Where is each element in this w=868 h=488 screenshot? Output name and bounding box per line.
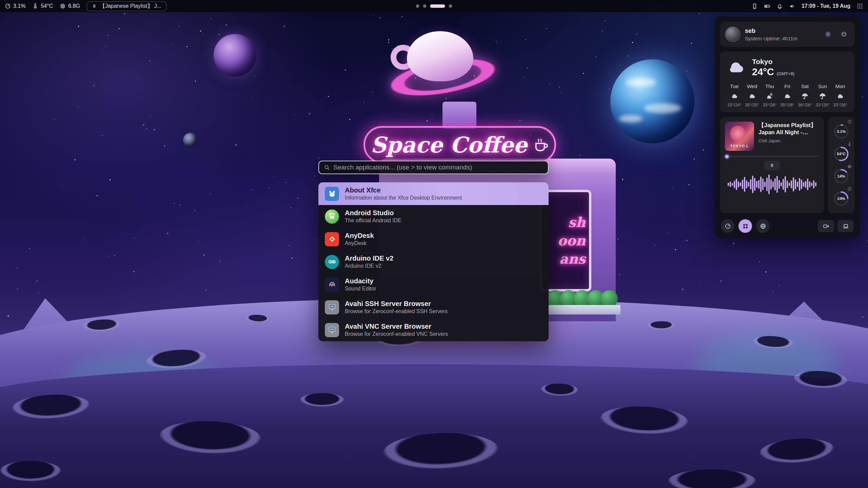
progress-knob[interactable] xyxy=(725,155,729,158)
topbar-music-widget[interactable]: 【Japanese Playlist】 J... xyxy=(87,1,166,11)
visualizer-bar xyxy=(793,177,794,191)
forecast-day-name: Thu xyxy=(761,83,778,89)
app-grid-icon[interactable] xyxy=(856,3,863,9)
stat-gauge: 54°C xyxy=(831,143,851,165)
bell-icon[interactable] xyxy=(776,3,783,9)
clock[interactable]: 17:09 - Tue, 19 Aug xyxy=(802,3,850,9)
stat-gauge: 14% xyxy=(831,165,851,187)
chip-icon xyxy=(60,3,66,9)
app-name: AnyDesk xyxy=(345,231,374,240)
gauge-icon xyxy=(847,120,852,124)
globe-icon xyxy=(760,223,766,229)
visualizer-bar xyxy=(805,181,806,188)
visualizer-bar xyxy=(748,182,749,187)
app-item-0[interactable]: About Xfce Information about the Xfce De… xyxy=(318,182,549,205)
app-item-5[interactable]: Avahi SSH Server Browser Browse for Zero… xyxy=(318,296,549,319)
partly-icon xyxy=(766,92,774,100)
weather-city: Tokyo xyxy=(752,58,794,66)
quick-button-gauge[interactable] xyxy=(721,219,734,233)
visualizer-bar xyxy=(783,179,784,190)
forecast-day-name: Fri xyxy=(778,83,796,89)
forecast-day: Sun 33°/26° xyxy=(814,83,831,107)
visualizer-bar xyxy=(744,177,745,192)
action-button-video[interactable] xyxy=(818,220,834,232)
album-art: TOKYO L xyxy=(725,122,754,151)
app-name: Avahi SSH Server Browser xyxy=(345,300,448,308)
server-app-icon xyxy=(325,323,339,337)
action-button-group xyxy=(818,220,854,232)
forecast-day: Sat 36°/26° xyxy=(796,83,814,107)
visualizer-bar xyxy=(813,180,814,188)
visualizer-bar xyxy=(762,179,764,190)
cloud-icon xyxy=(748,92,756,100)
app-item-2[interactable]: AnyDesk AnyDesk xyxy=(318,228,549,250)
track-title: 【Japanese Playlist】 Japan All Night - To… xyxy=(758,122,819,136)
app-name: Avahi VNC Server Browser xyxy=(345,322,448,331)
visualizer-bar xyxy=(734,181,735,188)
thermometer-icon xyxy=(32,3,38,9)
forecast-day-name: Wed xyxy=(743,83,761,89)
cloud-icon xyxy=(726,57,747,78)
volume-icon[interactable] xyxy=(789,3,795,9)
launcher-app-list: About Xfce Information about the Xfce De… xyxy=(318,182,549,341)
visualizer-bar xyxy=(801,180,802,189)
window-neon-text: sh xyxy=(568,216,586,229)
visualizer-bar xyxy=(728,183,729,186)
forecast-day-name: Tue xyxy=(726,83,743,89)
system-stat: 54°C xyxy=(32,3,53,9)
system-stat-value: 6.8G xyxy=(68,3,80,9)
pause-button[interactable] xyxy=(764,161,780,170)
app-description: Sound Editor xyxy=(345,285,376,292)
gauge-icon xyxy=(5,3,11,9)
app-item-4[interactable]: Audacity Sound Editor xyxy=(318,273,549,296)
visualizer-bar xyxy=(807,179,808,190)
power-button[interactable] xyxy=(838,28,850,40)
app-name: Arduino IDE v2 xyxy=(345,254,393,263)
window-neon-text: ans xyxy=(559,252,586,266)
gear-icon xyxy=(825,31,831,38)
visualizer-bar xyxy=(776,176,778,193)
disk-icon xyxy=(847,187,852,191)
visualizer-bar xyxy=(754,178,755,191)
chip-icon xyxy=(847,164,852,169)
app-item-6[interactable]: Avahi VNC Server Browser Browse for Zero… xyxy=(318,319,549,341)
action-button-laptop[interactable] xyxy=(837,220,854,232)
weather-temperature: 24°C xyxy=(752,66,774,78)
quick-button-globe[interactable] xyxy=(756,219,770,233)
app-item-3[interactable]: Arduino IDE v2 Arduino IDE v2 xyxy=(318,250,549,273)
forecast-temps: 33°/26° xyxy=(831,103,849,107)
phone-icon[interactable] xyxy=(751,3,758,9)
app-launcher: About Xfce Information about the Xfce De… xyxy=(318,161,549,341)
quick-button-apps[interactable] xyxy=(738,219,752,233)
gauge-value: 3.1% xyxy=(837,129,846,134)
visualizer-bar xyxy=(803,182,804,187)
pause-icon xyxy=(770,163,774,168)
forecast-temps: 35°/26° xyxy=(778,103,796,107)
search-icon xyxy=(324,164,330,170)
visualizer-bar xyxy=(815,182,816,186)
settings-button[interactable] xyxy=(822,28,834,40)
search-input[interactable] xyxy=(333,164,543,171)
visualizer-bar xyxy=(797,182,798,187)
workspace-dot-1[interactable] xyxy=(416,4,419,8)
app-description: The official Android IDE xyxy=(345,217,401,224)
stat-gauge: 24% xyxy=(831,187,851,210)
server-app-icon xyxy=(325,300,339,314)
workspace-dot-3[interactable] xyxy=(430,4,445,8)
forecast-day-name: Sat xyxy=(796,83,814,89)
launcher-search-bar[interactable] xyxy=(318,161,549,174)
visualizer-bar xyxy=(764,182,766,187)
user-card: seb System Uptime: 4h11m xyxy=(720,22,854,47)
battery-icon[interactable] xyxy=(764,3,770,9)
track-progress-slider[interactable] xyxy=(725,156,819,157)
visualizer-bar xyxy=(756,181,757,188)
app-description: Browse for Zeroconf-enabled SSH Servers xyxy=(345,308,448,315)
power-icon xyxy=(841,31,847,38)
workspace-dot-2[interactable] xyxy=(423,4,427,8)
visualizer-bar xyxy=(809,181,810,187)
workspace-dot-4[interactable] xyxy=(449,4,452,8)
app-item-1[interactable]: Android Studio The official Android IDE xyxy=(318,205,549,228)
gauge-value: 14% xyxy=(837,174,845,178)
android-app-icon xyxy=(325,209,339,224)
forecast-day-name: Mon xyxy=(831,83,849,89)
